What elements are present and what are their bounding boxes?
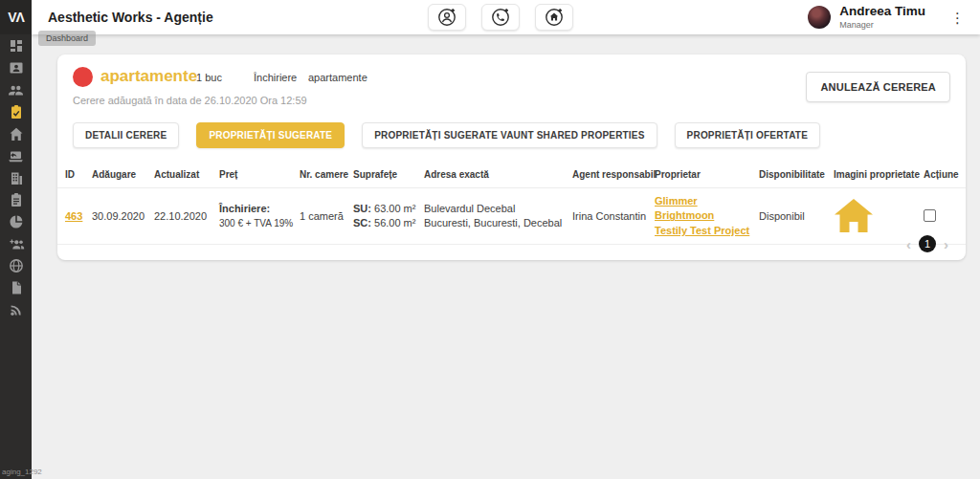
agent-card-icon [9,60,24,76]
request-tabs: DETALII CERERE PROPRIETĂȚI SUGERATE PROP… [73,122,820,148]
sidebar-item-add-group[interactable] [0,232,32,254]
col-pret: Preț [219,162,300,188]
property-images-icon[interactable] [834,198,874,234]
home-icon [9,126,24,142]
owner-link[interactable]: Glimmer Brightmoon Testily Test Project [655,195,749,236]
su-value: 63.00 m² [374,203,415,214]
globe-icon [9,258,24,273]
building-icon [9,170,24,185]
price-value: 300 € + TVA 19% [219,218,293,229]
user-role: Manager [839,20,925,30]
sidebar-item-feed[interactable] [0,298,32,320]
sidebar-item-properties[interactable] [0,122,32,144]
sidebar-item-requests[interactable] [0,100,32,122]
col-agent: Agent responsabil [572,162,655,188]
sidebar: VΛ [0,0,32,479]
sidebar-item-tasks[interactable] [0,188,32,210]
table-row: 463 30.09.2020 22.10.2020 Închiriere: 30… [57,188,966,245]
tab-proprietati-ofertate[interactable]: PROPRIETĂȚI OFERTATE [675,122,820,148]
owner-line1: Glimmer Brightmoon [655,195,714,221]
properties-table-wrap: ID Adăugare Actualizat Preț Nr. camere S… [57,162,966,245]
cell-rooms: 1 cameră [300,188,353,245]
requests-icon [9,104,24,120]
properties-table: ID Adăugare Actualizat Preț Nr. camere S… [57,162,966,245]
table-header-row: ID Adăugare Actualizat Preț Nr. camere S… [57,162,966,188]
add-call-button[interactable] [481,4,520,31]
request-title: apartamente [100,67,197,86]
col-nr-camere: Nr. camere [300,162,353,188]
user-name: Andreea Timu [839,5,925,18]
dashboard-icon [9,38,24,54]
cell-address: Bulevardul Decebal Bucuresti, Bucuresti,… [424,188,572,245]
col-proprietar: Proprietar [655,162,759,188]
document-icon [9,280,24,295]
sidebar-item-website[interactable] [0,254,32,276]
sidebar-item-clients[interactable] [0,78,32,100]
request-category: apartamente [308,72,368,83]
row-checkbox[interactable] [924,209,936,222]
sc-value: 56.00 m² [374,217,415,229]
request-status-dot [73,67,93,87]
add-call-icon [490,7,511,28]
cell-owner: Glimmer Brightmoon Testily Test Project [655,188,759,245]
col-adaugare: Adăugare [92,162,154,188]
sidebar-item-companies[interactable] [0,166,32,188]
pie-chart-icon [9,214,24,229]
address-line2: Bucuresti, Bucuresti, Decebal [424,217,562,229]
app-logo[interactable]: VΛ [0,0,32,34]
dashboard-tooltip: Dashboard [38,31,96,46]
sidebar-item-dashboard[interactable] [0,34,32,56]
quick-actions [428,4,573,31]
status-bar-text: aging_1292 [2,468,42,476]
property-id-link[interactable]: 463 [65,210,82,222]
page-title: Aesthetic Works - Agenție [48,10,213,25]
sc-label: SC: [353,217,371,229]
clipboard-icon [9,192,24,207]
laptop-share-icon [8,148,24,163]
cell-added: 30.09.2020 [92,188,154,245]
col-id: ID [57,162,92,188]
price-label: Închiriere: [219,203,270,214]
col-adresa: Adresa exactă [424,162,572,188]
cell-updated: 22.10.2020 [154,188,219,245]
address-line1: Bulevardul Decebal [424,203,515,214]
user-area: Andreea Timu Manager ⋮ [808,0,972,34]
col-suprafete: Suprafețe [353,162,424,188]
rss-icon [9,302,24,317]
su-label: SU: [353,203,371,214]
add-property-button[interactable] [535,4,573,31]
pagination: ‹ 1 › [906,235,948,252]
sidebar-item-documents[interactable] [0,276,32,298]
pagination-prev-icon[interactable]: ‹ [906,236,911,252]
add-contact-button[interactable] [428,4,466,31]
pagination-next-icon[interactable]: › [944,236,948,252]
tab-proprietati-sugerate[interactable]: PROPRIETĂȚI SUGERATE [196,122,345,148]
request-type: Închiriere [254,72,297,83]
col-imagini: Imagini proprietate [834,162,924,188]
sidebar-item-presentations[interactable] [0,144,32,166]
kebab-menu-icon[interactable]: ⋮ [950,11,965,25]
add-property-icon [544,7,565,28]
cell-agent: Irina Constantin [572,188,655,245]
tab-proprietati-sugerate-vaunt[interactable]: PROPRIETĂȚI SUGERATE VAUNT SHARED PROPER… [362,122,657,148]
request-count: 1 buc [196,72,222,83]
cell-surfaces: SU: 63.00 m² SC: 56.00 m² [353,188,424,245]
pagination-page-1[interactable]: 1 [919,235,936,252]
sidebar-item-agent-card[interactable] [0,56,32,78]
cell-availability: Disponibil [759,188,834,245]
request-added-info: Cerere adăugată în data de 26.10.2020 Or… [73,95,307,106]
clients-icon [8,82,24,98]
col-actiune: Acțiune [924,162,966,188]
user-avatar[interactable] [808,6,831,29]
tab-detalii-cerere[interactable]: DETALII CERERE [73,122,179,148]
sidebar-item-reports[interactable] [0,210,32,232]
cell-price: Închiriere: 300 € + TVA 19% [219,188,300,245]
add-contact-icon [436,7,457,28]
request-card: apartamente 1 buc Închiriere apartamente… [57,54,966,260]
col-disponibilitate: Disponibilitate [759,162,834,188]
top-header: Aesthetic Works - Agenție [32,0,980,34]
col-actualizat: Actualizat [154,162,219,188]
add-group-icon [8,236,25,251]
cancel-request-button[interactable]: ANULEAZĂ CEREREA [806,72,950,102]
user-info[interactable]: Andreea Timu Manager [839,5,925,30]
